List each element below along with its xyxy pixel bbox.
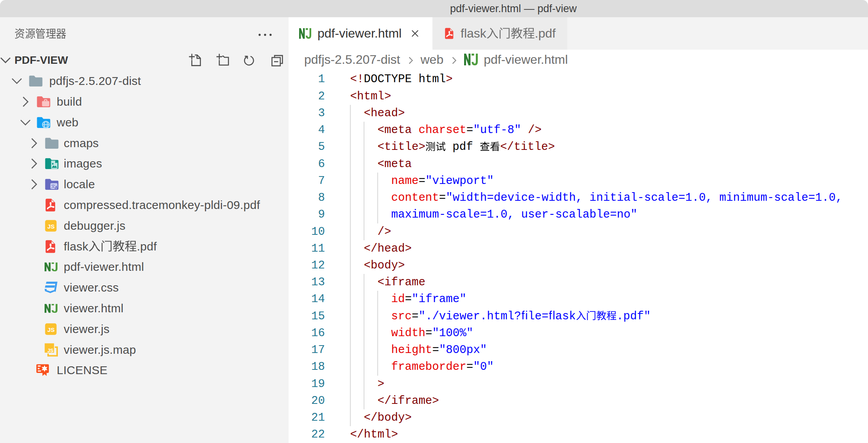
svg-text:JS: JS [47, 326, 55, 333]
svg-text:JS: JS [47, 223, 55, 230]
svg-text:A: A [55, 185, 58, 190]
svg-text:JS: JS [47, 348, 54, 353]
